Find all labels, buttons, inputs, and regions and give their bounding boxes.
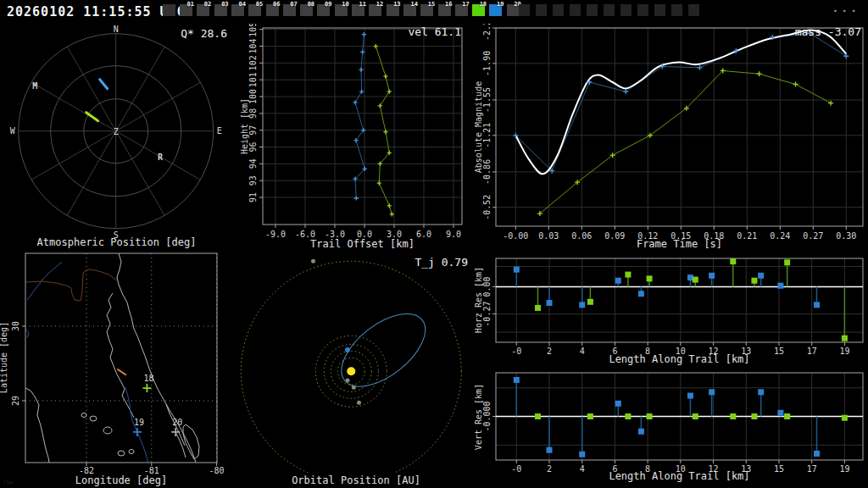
- frame-thumb-07[interactable]: 07: [283, 4, 296, 16]
- frame-thumb-11[interactable]: 11: [352, 4, 364, 16]
- frame-thumb-02[interactable]: 02: [197, 4, 209, 16]
- frame-thumb-blank[interactable]: [620, 4, 632, 16]
- frame-number: 04: [238, 1, 245, 8]
- svg-text:100: 100: [248, 89, 258, 104]
- frame-thumb-blank[interactable]: [688, 4, 699, 16]
- mag-ticks: -0.000.030.060.090.120.150.180.210.240.2…: [482, 24, 856, 241]
- frame-thumb-blank[interactable]: [587, 4, 598, 16]
- svg-text:-0.27: -0.27: [482, 302, 492, 327]
- svg-text:101: 101: [248, 72, 258, 87]
- frame-number: 14: [410, 1, 417, 8]
- frame-thumb-09[interactable]: 09: [317, 4, 330, 16]
- svg-text:96: 96: [248, 141, 258, 152]
- frame-thumb-15[interactable]: 15: [420, 4, 433, 16]
- frame-number: 11: [359, 1, 366, 8]
- data-point-marker: [757, 71, 762, 76]
- frame-number: 18: [480, 1, 487, 8]
- vert-res-xlabel: Length Along Trail [km]: [496, 470, 863, 482]
- svg-text:-0.000: -0.000: [482, 401, 492, 431]
- mag-ylabel: Absolute Magnitude: [475, 81, 483, 173]
- svg-text:-1.90: -1.90: [482, 51, 492, 76]
- frame-thumb-05[interactable]: 05: [248, 4, 261, 16]
- svg-text:104: 104: [248, 38, 258, 53]
- station-marker-20: 20: [171, 418, 182, 436]
- frame-thumb-blank[interactable]: [671, 4, 682, 16]
- frame-thumb-blank[interactable]: [553, 4, 564, 16]
- frame-thumb-12[interactable]: 12: [369, 4, 381, 16]
- map-xlabel: Longitude [deg]: [25, 474, 217, 486]
- frame-thumb-01[interactable]: 01: [180, 4, 192, 16]
- frame-thumb-blank[interactable]: [570, 4, 581, 16]
- map-ylabel: Latitude [deg]: [0, 322, 8, 393]
- svg-text:30: 30: [11, 321, 20, 331]
- frame-thumb-13[interactable]: 13: [387, 4, 399, 16]
- frame-thumb-04[interactable]: 04: [231, 4, 244, 16]
- data-point-marker: [793, 81, 798, 86]
- frame-thumb-blank[interactable]: [604, 4, 615, 16]
- svg-text:97: 97: [248, 125, 258, 136]
- frame-thumb-10[interactable]: 10: [335, 4, 348, 16]
- svg-text:18: 18: [143, 374, 153, 383]
- frame-thumb-17[interactable]: 17: [455, 4, 468, 16]
- station-18-line: [540, 71, 831, 214]
- data-point-marker: [378, 103, 382, 108]
- frame-thumb-03[interactable]: 03: [214, 4, 227, 16]
- orbital-position-plot: [237, 251, 475, 488]
- svg-text:-2.24: -2.24: [482, 24, 492, 41]
- frame-number: 02: [204, 1, 211, 8]
- frame-number: 19: [497, 1, 504, 8]
- trail-offset-plot: -9.0-6.0-3.00.03.06.09.01051041021011009…: [237, 24, 475, 251]
- frame-thumb-blank[interactable]: [637, 4, 648, 16]
- svg-text:-0.86: -0.86: [482, 159, 492, 185]
- frame-number: 13: [393, 1, 400, 8]
- frame-thumb-20[interactable]: 20: [507, 4, 520, 16]
- svg-text:91: 91: [248, 192, 258, 202]
- svg-text:-1.55: -1.55: [482, 87, 492, 113]
- frame-18-streak: [86, 113, 98, 121]
- panel-map: 181920-82-81-803029Latitude [deg] Longit…: [0, 251, 237, 488]
- frame-thumb-blank[interactable]: [536, 4, 547, 16]
- ground-track-streak: [118, 369, 125, 374]
- data-point-marker: [362, 32, 366, 36]
- svg-text:M: M: [32, 81, 37, 91]
- svg-text:93: 93: [248, 175, 258, 186]
- plot-frame: [25, 253, 217, 463]
- frame-thumb-18[interactable]: 18: [472, 4, 485, 16]
- frame-thumb-blank[interactable]: [519, 4, 530, 16]
- mag-xlabel: Frame Time [s]: [496, 238, 863, 250]
- map-artwork: [25, 253, 199, 463]
- frame-thumb-14[interactable]: 14: [403, 4, 416, 16]
- planet-dot: [345, 378, 349, 382]
- frame-number: 06: [273, 1, 280, 8]
- data-point-marker: [390, 212, 394, 216]
- station-marker-19: 19: [133, 418, 144, 436]
- frame-number: 10: [342, 1, 348, 8]
- svg-text:N: N: [114, 25, 119, 34]
- data-point-marker: [354, 196, 359, 200]
- frame-thumb-19[interactable]: 19: [489, 4, 502, 16]
- frame-thumb-blank[interactable]: [654, 4, 665, 16]
- frame-thumb-06[interactable]: 06: [266, 4, 279, 16]
- svg-text:20: 20: [172, 418, 182, 427]
- data-point-marker: [387, 203, 392, 208]
- svg-text:E: E: [217, 126, 222, 136]
- trail-xlabel: Trail Offset [km]: [263, 238, 462, 250]
- panel-residuals: -024681012131517190.00-0.27Horz Res [km]…: [475, 251, 868, 488]
- frame-number: 12: [376, 1, 383, 8]
- frame-number: 08: [308, 1, 314, 8]
- residuals-plot: -024681012131517190.00-0.27Horz Res [km]…: [475, 251, 868, 488]
- panel-orbit: T_j 0.79 Orbital Position [AU]: [237, 251, 475, 488]
- frame-thumb-16[interactable]: 16: [438, 4, 451, 16]
- overflow-menu[interactable]: ...: [832, 2, 860, 14]
- data-point-marker: [387, 89, 392, 93]
- frame-thumb-blank[interactable]: [163, 4, 175, 16]
- frame-number: 09: [325, 1, 331, 8]
- planet-dot: [311, 259, 315, 263]
- orbit-xlabel: Orbital Position [AU]: [246, 474, 466, 486]
- frame-number: 07: [290, 1, 297, 8]
- svg-text:105: 105: [248, 24, 258, 37]
- svg-text:102: 102: [248, 55, 258, 70]
- data-point-marker: [359, 89, 364, 93]
- frame-thumb-08[interactable]: 08: [300, 4, 313, 16]
- data-point-marker: [359, 68, 363, 72]
